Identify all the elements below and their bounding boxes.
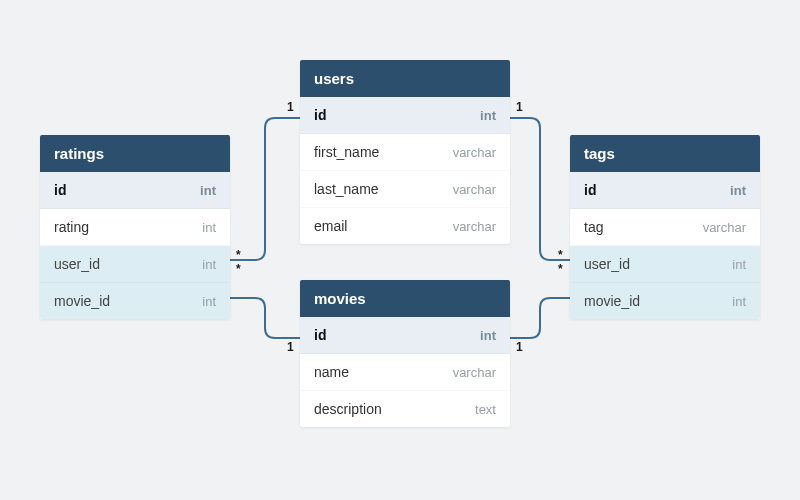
column-type: int (202, 220, 216, 235)
cardinality-many: * (558, 262, 563, 276)
entity-header: movies (300, 280, 510, 317)
cardinality-many: * (236, 262, 241, 276)
column-type: text (475, 402, 496, 417)
column-row-fk: user_id int (40, 246, 230, 283)
column-name: id (314, 327, 326, 343)
cardinality-many: * (558, 248, 563, 262)
column-row-fk: movie_id int (570, 283, 760, 319)
entity-header: users (300, 60, 510, 97)
cardinality-many: * (236, 248, 241, 262)
column-name: user_id (54, 256, 100, 272)
column-name: id (314, 107, 326, 123)
column-type: varchar (703, 220, 746, 235)
column-row-pk: id int (40, 172, 230, 209)
column-name: user_id (584, 256, 630, 272)
column-type: int (480, 328, 496, 343)
column-type: int (200, 183, 216, 198)
column-name: movie_id (584, 293, 640, 309)
column-row: rating int (40, 209, 230, 246)
column-type: int (202, 257, 216, 272)
entity-header: tags (570, 135, 760, 172)
column-row: last_name varchar (300, 171, 510, 208)
column-type: int (480, 108, 496, 123)
column-name: name (314, 364, 349, 380)
cardinality-one: 1 (516, 100, 523, 114)
entity-movies[interactable]: movies id int name varchar description t… (300, 280, 510, 427)
column-name: last_name (314, 181, 379, 197)
column-type: int (730, 183, 746, 198)
column-type: varchar (453, 145, 496, 160)
column-row: name varchar (300, 354, 510, 391)
er-diagram-canvas: * * 1 1 * * 1 1 ratings id int rating in… (0, 0, 800, 500)
column-type: varchar (453, 182, 496, 197)
column-type: varchar (453, 365, 496, 380)
column-row-pk: id int (570, 172, 760, 209)
column-row: first_name varchar (300, 134, 510, 171)
column-row: email varchar (300, 208, 510, 244)
entity-header: ratings (40, 135, 230, 172)
column-row-fk: user_id int (570, 246, 760, 283)
column-row-fk: movie_id int (40, 283, 230, 319)
cardinality-one: 1 (516, 340, 523, 354)
column-row-pk: id int (300, 97, 510, 134)
cardinality-one: 1 (287, 340, 294, 354)
entity-users[interactable]: users id int first_name varchar last_nam… (300, 60, 510, 244)
column-name: description (314, 401, 382, 417)
column-row-pk: id int (300, 317, 510, 354)
column-row: tag varchar (570, 209, 760, 246)
column-type: int (202, 294, 216, 309)
column-name: id (584, 182, 596, 198)
column-type: int (732, 294, 746, 309)
column-row: description text (300, 391, 510, 427)
entity-tags[interactable]: tags id int tag varchar user_id int movi… (570, 135, 760, 319)
column-name: tag (584, 219, 603, 235)
column-name: movie_id (54, 293, 110, 309)
column-name: email (314, 218, 347, 234)
column-type: varchar (453, 219, 496, 234)
column-type: int (732, 257, 746, 272)
column-name: id (54, 182, 66, 198)
cardinality-one: 1 (287, 100, 294, 114)
entity-ratings[interactable]: ratings id int rating int user_id int mo… (40, 135, 230, 319)
column-name: first_name (314, 144, 379, 160)
column-name: rating (54, 219, 89, 235)
